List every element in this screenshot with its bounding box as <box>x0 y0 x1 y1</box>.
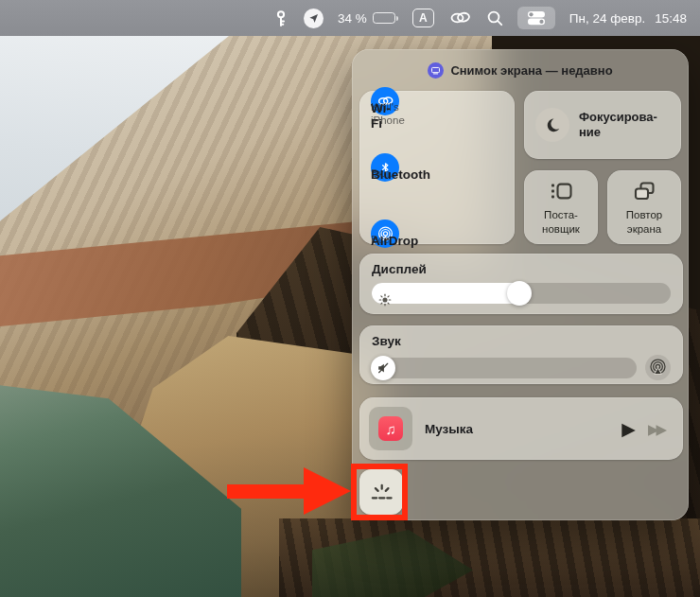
screen-mirroring-label: Повтор экрана <box>626 208 662 237</box>
input-source-label: A <box>419 11 428 25</box>
stage-manager-label: Поста- новщик <box>542 208 580 237</box>
battery-icon <box>373 12 398 24</box>
annotation-arrow-icon <box>304 467 351 515</box>
play-button[interactable]: ▶ <box>621 420 636 438</box>
volume-slider-knob[interactable] <box>371 356 395 380</box>
control-center-icon <box>526 9 547 26</box>
annotation-highlight-box <box>351 464 408 520</box>
display-card: Дисплей <box>359 254 683 314</box>
album-art-placeholder: ♫ <box>369 407 412 450</box>
time-label: 15:48 <box>655 11 687 26</box>
link-icon[interactable] <box>448 9 472 26</box>
input-source-button[interactable]: A <box>412 9 434 27</box>
battery-status[interactable]: 34 % <box>338 11 398 26</box>
fast-forward-button[interactable]: ▶▶ <box>648 422 667 436</box>
control-center-button[interactable] <box>517 7 555 29</box>
connectivity-card: Wi-Fi Kirill's iPhone Bluetooth Вкл. <box>359 91 515 244</box>
bluetooth-status: Вкл. <box>371 167 393 181</box>
menu-bar: 34 % A Пн, 24 февр. 15:48 <box>0 0 700 36</box>
control-center-panel: Снимок экрана — недавно Wi-Fi Kirill's i… <box>352 49 689 520</box>
brightness-slider-knob[interactable] <box>507 281 532 306</box>
airplay-audio-button[interactable] <box>645 355 671 380</box>
music-app-icon: ♫ <box>378 416 403 441</box>
volume-slider[interactable] <box>372 358 637 378</box>
key-icon[interactable] <box>272 9 289 27</box>
sound-card: Звук <box>359 325 683 384</box>
stage-manager-card[interactable]: Поста- новщик <box>524 170 598 244</box>
panel-title: Снимок экрана — недавно <box>450 63 612 78</box>
wifi-status: Kirill's iPhone <box>371 101 405 128</box>
display-label: Дисплей <box>372 262 671 276</box>
location-services-icon[interactable] <box>304 9 324 28</box>
focus-card[interactable]: Фокусирова- ние <box>524 91 681 159</box>
focus-label: Фокусирова- ние <box>579 110 657 141</box>
recent-screenshot-row[interactable]: Снимок экрана — недавно <box>352 61 689 79</box>
annotation-arrow-shaft <box>227 484 307 499</box>
airdrop-status: Все <box>371 234 390 247</box>
date-label: Пн, 24 февр. <box>569 11 645 26</box>
brightness-slider[interactable] <box>372 283 671 304</box>
mute-speaker-icon <box>376 361 390 375</box>
moon-icon <box>535 108 569 142</box>
screenshot-badge-icon <box>428 62 444 79</box>
music-title: Музыка <box>425 422 473 436</box>
search-icon[interactable] <box>486 9 503 26</box>
airplay-audio-icon <box>649 359 667 377</box>
music-card[interactable]: ♫ Музыка ▶ ▶▶ <box>359 397 683 460</box>
sound-label: Звук <box>372 334 671 348</box>
menu-bar-clock[interactable]: Пн, 24 февр. 15:48 <box>569 11 687 26</box>
screen-mirroring-card[interactable]: Повтор экрана <box>607 170 681 244</box>
battery-percent-label: 34 % <box>338 11 367 26</box>
